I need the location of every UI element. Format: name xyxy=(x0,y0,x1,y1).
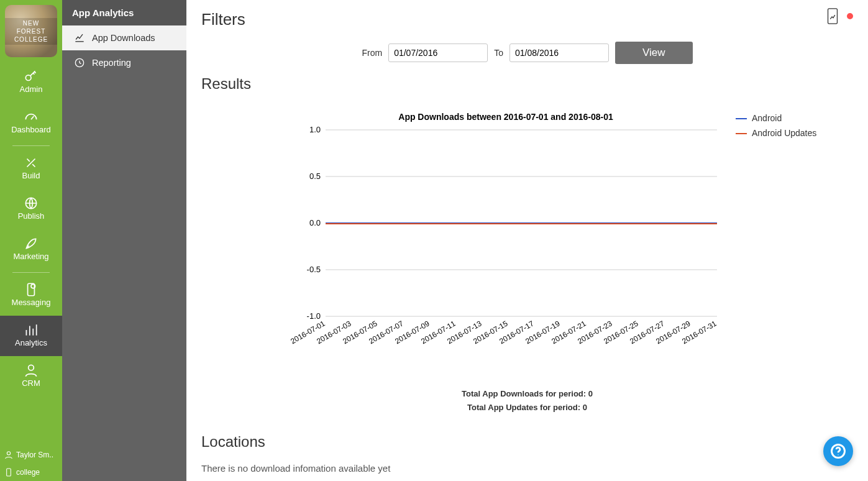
svg-rect-6 xyxy=(7,469,11,476)
svg-text:1.0: 1.0 xyxy=(309,125,321,134)
rail-label: Marketing xyxy=(13,252,48,261)
rocket-icon xyxy=(23,236,39,252)
rail-item-messaging[interactable]: Messaging xyxy=(0,275,62,316)
chart-area: App Downloads between 2016-07-01 and 201… xyxy=(288,111,853,362)
user-icon xyxy=(4,450,14,460)
tools-icon xyxy=(23,155,39,171)
rail-item-analytics[interactable]: Analytics xyxy=(0,316,62,356)
rail-separator xyxy=(12,145,50,146)
chart: App Downloads between 2016-07-01 and 201… xyxy=(288,111,723,362)
mobile-icon xyxy=(4,467,14,477)
svg-point-0 xyxy=(25,75,31,81)
totals: Total App Downloads for period: 0 Total … xyxy=(201,387,853,415)
svg-point-5 xyxy=(7,452,10,455)
rail-item-crm[interactable]: CRM xyxy=(0,356,62,396)
rail-item-build[interactable]: Build xyxy=(0,149,62,189)
app-indicator[interactable]: college xyxy=(0,464,62,481)
device-preview-icon xyxy=(825,7,841,25)
filters-row: From To View xyxy=(201,42,853,64)
key-icon xyxy=(23,68,39,85)
rail-label: Dashboard xyxy=(11,125,51,134)
phone-chat-icon xyxy=(23,282,39,298)
subnav-item-reporting[interactable]: Reporting xyxy=(62,50,186,75)
to-label: To xyxy=(494,48,503,58)
status-dot xyxy=(847,13,853,19)
rail-label: Messaging xyxy=(12,298,51,307)
svg-point-37 xyxy=(838,454,838,455)
legend-label: Android Updates xyxy=(752,126,816,141)
rail-label: Build xyxy=(22,171,40,180)
clock-icon xyxy=(73,57,86,69)
subnav-title: App Analytics xyxy=(62,0,186,25)
rail-label: CRM xyxy=(22,378,40,388)
svg-text:-1.0: -1.0 xyxy=(307,311,321,321)
rail-item-admin[interactable]: Admin xyxy=(0,62,62,103)
left-rail: NEW FOREST COLLEGE Admin Dashboard Build… xyxy=(0,0,62,481)
main-content: Filters From To View Results App Downloa… xyxy=(186,0,868,481)
legend-entry: Android Updates xyxy=(736,126,816,141)
svg-point-4 xyxy=(29,365,34,370)
help-icon xyxy=(829,442,847,460)
svg-text:0.5: 0.5 xyxy=(309,172,321,181)
preview-status[interactable] xyxy=(825,7,853,25)
bar-chart-icon xyxy=(23,322,39,338)
svg-text:App Downloads between 2016-07-: App Downloads between 2016-07-01 and 201… xyxy=(398,112,613,122)
legend-swatch xyxy=(736,133,747,134)
chart-svg: App Downloads between 2016-07-01 and 201… xyxy=(288,111,723,360)
rail-item-marketing[interactable]: Marketing xyxy=(0,229,62,270)
from-input[interactable] xyxy=(388,44,488,62)
from-label: From xyxy=(362,48,382,58)
help-fab[interactable] xyxy=(823,436,853,466)
rail-separator xyxy=(12,272,50,273)
svg-text:-0.5: -0.5 xyxy=(307,265,321,274)
locations-empty-text: There is no download infomation availabl… xyxy=(201,463,853,474)
brand-text: NEW FOREST COLLEGE xyxy=(5,18,57,45)
rail-label: Admin xyxy=(20,85,43,94)
subnav: App Analytics App Downloads Reporting xyxy=(62,0,186,481)
view-button[interactable]: View xyxy=(615,42,693,64)
user-name: Taylor Sm.. xyxy=(16,451,53,459)
subnav-label: App Downloads xyxy=(92,33,155,43)
svg-text:0.0: 0.0 xyxy=(309,218,321,227)
total-updates: Total App Updates for period: 0 xyxy=(201,401,853,415)
chart-legend: AndroidAndroid Updates xyxy=(736,111,816,362)
rail-item-publish[interactable]: Publish xyxy=(0,189,62,229)
legend-entry: Android xyxy=(736,111,816,126)
person-icon xyxy=(23,362,39,378)
results-heading: Results xyxy=(201,75,853,93)
app-name: college xyxy=(16,468,40,477)
subnav-label: Reporting xyxy=(92,58,131,68)
svg-rect-8 xyxy=(828,9,838,24)
filters-heading: Filters xyxy=(201,10,853,29)
legend-swatch xyxy=(736,118,747,119)
line-chart-icon xyxy=(73,32,86,44)
user-indicator[interactable]: Taylor Sm.. xyxy=(0,446,62,464)
globe-icon xyxy=(23,195,39,211)
total-downloads: Total App Downloads for period: 0 xyxy=(201,387,853,401)
brand-logo[interactable]: NEW FOREST COLLEGE xyxy=(5,5,57,57)
rail-item-dashboard[interactable]: Dashboard xyxy=(0,103,62,143)
to-input[interactable] xyxy=(509,44,609,62)
legend-label: Android xyxy=(752,111,782,126)
subnav-item-app-downloads[interactable]: App Downloads xyxy=(62,25,186,50)
rail-label: Publish xyxy=(18,211,45,221)
gauge-icon xyxy=(23,109,39,125)
rail-label: Analytics xyxy=(15,338,47,347)
locations-heading: Locations xyxy=(201,433,853,451)
